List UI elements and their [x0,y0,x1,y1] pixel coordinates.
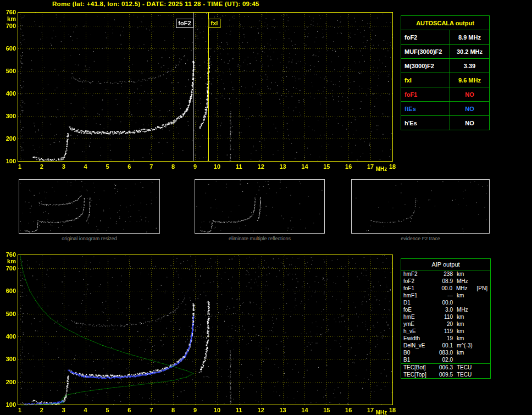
param-label: fxI [401,73,450,87]
param-name: foF1 [403,285,435,292]
param-extra [478,328,488,335]
param-extra [478,292,488,299]
aip-row: DelN_vE00.1m^(-3) [401,342,490,349]
aip-row: TEC[Bot]006.3TECU [401,363,490,371]
param-label: MUF(3000)F2 [401,45,450,59]
param-label: foF2 [401,30,450,45]
param-value: NO [450,116,490,130]
param-name: ymE [403,320,435,328]
param-value: 238 [435,270,453,278]
thumb-caption-original: original ionogram resized [19,236,160,241]
param-extra [478,270,488,278]
param-value: NO [450,102,490,116]
param-extra: [PN] [477,285,488,292]
ionogram-plot-aip [0,250,397,415]
param-name: foF2 [403,278,435,285]
param-name: foE [403,306,435,313]
param-extra [478,320,488,328]
param-value: 02.0 [435,356,453,363]
aip-row: Ewidth19km [401,335,490,342]
param-unit: km [453,335,478,342]
param-extra [478,278,488,285]
aip-row: hmE110km [401,313,490,320]
param-name: DelN_vE [403,342,435,349]
param-value: 3.0 [435,306,453,313]
param-label: M(3000)F2 [401,59,450,73]
thumb-caption-evidence: evidence F2 trace [351,236,490,241]
autoscala-table-header: AUTOSCALA output [401,16,490,30]
station-title: Rome (lat: +41.8, lon: 012.5) - DATE: 20… [52,1,259,7]
param-extra [478,342,488,349]
aip-row: ymE20km [401,320,490,328]
param-name: Ewidth [403,335,435,342]
param-value: 083.0 [435,349,453,356]
param-value: 08.9 [435,278,453,285]
param-value: 119 [435,328,453,335]
param-value: 00.0 [435,299,453,306]
param-unit: km [453,292,478,299]
autoscala-output-table: AUTOSCALA output foF28.9 MHzMUF(3000)F23… [401,15,490,130]
aip-row: TEC[Top]009.5TECU [401,371,490,378]
thumb-caption-eliminate: eliminate multiple reflections [195,236,325,241]
ionogram-plot-autoscala [0,8,397,179]
param-label: foF1 [401,87,450,102]
autoscala-table-body: AUTOSCALA output foF28.9 MHzMUF(3000)F23… [401,16,490,130]
aip-row: foF208.9MHz [401,278,490,285]
thumb-evidence-f2-trace [351,179,490,234]
param-unit [453,356,478,363]
param-extra [478,335,488,342]
param-name: B0 [403,349,435,356]
param-name: hmE [403,313,435,320]
param-unit: km [453,270,478,278]
aip-table-body: hmF2238kmfoF208.9MHzfoF100.0MHz[PN]hmF1-… [401,270,490,378]
autoscala-screen: Rome (lat: +41.8, lon: 012.5) - DATE: 20… [0,0,532,415]
aip-output-table: AIP output hmF2238kmfoF208.9MHzfoF100.0M… [401,258,491,379]
aip-row: hmF2238km [401,270,490,278]
autoscala-row: foF1NO [401,87,490,102]
autoscala-row: h'EsNO [401,116,490,130]
param-name: h_vE [403,328,435,335]
param-name: B1 [403,356,435,363]
param-unit: MHz [453,278,478,285]
aip-row: D100.0 [401,299,490,306]
param-name: TEC[Top] [403,371,435,378]
param-extra [478,356,488,363]
autoscala-row: ftEsNO [401,102,490,116]
param-value: NO [450,87,490,102]
param-value: 00.1 [435,342,453,349]
param-value: 9.6 MHz [450,73,490,87]
param-value: 8.9 MHz [450,30,490,45]
aip-row: B102.0 [401,356,490,363]
param-name: hmF2 [403,270,435,278]
aip-row: B0083.0km [401,349,490,356]
param-name: hmF1 [403,292,435,299]
param-unit: km [453,320,478,328]
param-unit: km [453,328,478,335]
param-extra [478,371,488,378]
autoscala-header-row: AUTOSCALA output [401,16,490,30]
param-unit [453,299,478,306]
param-unit: MHz [452,285,477,292]
autoscala-row: fxI9.6 MHz [401,73,490,87]
param-name: TEC[Bot] [403,364,435,371]
param-extra [478,299,488,306]
param-value: 3.39 [450,59,490,73]
aip-row: hmF1---km [401,292,490,299]
param-extra [478,313,488,320]
param-value: 30.2 MHz [450,45,490,59]
aip-row: foE3.0MHz [401,306,490,313]
param-label: h'Es [401,116,450,130]
autoscala-row: MUF(3000)F230.2 MHz [401,45,490,59]
param-name: D1 [403,299,435,306]
param-unit: MHz [453,306,478,313]
param-unit: km [453,313,478,320]
param-label: ftEs [401,102,450,116]
param-value: 110 [435,313,453,320]
param-extra [478,306,488,313]
aip-table-header: AIP output [401,259,490,270]
param-unit: m^(-3) [453,342,478,349]
param-unit: TECU [453,371,478,378]
param-unit: TECU [453,364,478,371]
param-unit: km [453,349,478,356]
param-value: 20 [435,320,453,328]
